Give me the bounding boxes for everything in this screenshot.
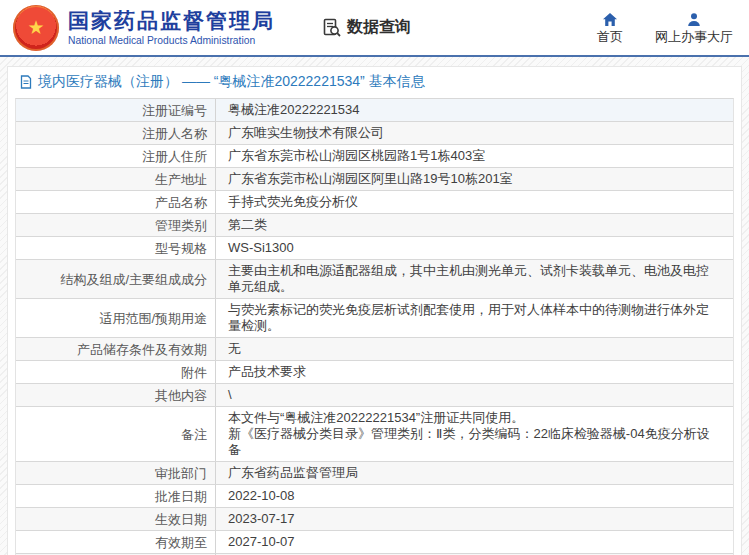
table-row: 管理类别第二类 <box>16 214 733 237</box>
agency-name-en: National Medical Products Administration <box>68 35 275 46</box>
row-label: 注册人住所 <box>16 145 216 167</box>
table-row: 生效日期2023-07-17 <box>16 508 733 531</box>
row-value: 广东省东莞市松山湖园区桃园路1号1栋403室 <box>216 145 733 167</box>
emblem-star-glyph: ★ <box>27 16 44 39</box>
nav-item-service-hall[interactable]: 网上办事大厅 <box>655 12 733 44</box>
row-value: 手持式荧光免疫分析仪 <box>216 191 733 213</box>
row-label: 适用范围/预期用途 <box>16 299 216 337</box>
row-value: 与荧光素标记的荧光免疫层析试剂配套使用，用于对人体样本中的待测物进行体外定量检测… <box>216 299 733 337</box>
nav-home-label: 首页 <box>597 30 623 44</box>
header-nav: 首页 网上办事大厅 <box>597 12 733 44</box>
row-label: 结构及组成/主要组成成分 <box>16 260 216 298</box>
table-row: 结构及组成/主要组成成分主要由主机和电源适配器组成，其中主机由测光单元、试剂卡装… <box>16 260 733 299</box>
table-row: 注册人名称广东唯实生物技术有限公司 <box>16 122 733 145</box>
table-row: 批准日期2022-10-08 <box>16 485 733 508</box>
row-value: 2023-07-17 <box>216 508 733 530</box>
row-label: 生效日期 <box>16 508 216 530</box>
data-query-icon <box>321 17 342 38</box>
table-row: 附件产品技术要求 <box>16 361 733 384</box>
row-value: 本文件与“粤械注准20222221534”注册证共同使用。新《医疗器械分类目录》… <box>216 407 733 461</box>
national-emblem-icon: ★ <box>13 5 59 51</box>
home-icon <box>602 12 618 27</box>
table-row: 型号规格WS-Si1300 <box>16 237 733 260</box>
nav-item-home[interactable]: 首页 <box>597 12 623 44</box>
page-title-bar: 境内医疗器械（注册） —— “粤械注准20222221534” 基本信息 <box>8 67 741 97</box>
table-row: 产品储存条件及有效期无 <box>16 338 733 361</box>
row-value: 广东唯实生物技术有限公司 <box>216 122 733 144</box>
info-table: 注册证编号粤械注准20222221534注册人名称广东唯实生物技术有限公司注册人… <box>15 98 734 555</box>
data-query-label: 数据查询 <box>347 17 411 38</box>
row-label: 管理类别 <box>16 214 216 236</box>
row-label: 有效期至 <box>16 531 216 553</box>
row-value: WS-Si1300 <box>216 237 733 259</box>
row-value: 广东省药品监督管理局 <box>216 462 733 484</box>
table-row: 有效期至2027-10-07 <box>16 531 733 554</box>
table-row: 注册人住所广东省东莞市松山湖园区桃园路1号1栋403室 <box>16 145 733 168</box>
row-label: 注册证编号 <box>16 99 216 121</box>
row-label: 批准日期 <box>16 485 216 507</box>
agency-name-cn: 国家药品监督管理局 <box>68 9 275 33</box>
page-title: 境内医疗器械（注册） —— “粤械注准20222221534” 基本信息 <box>38 73 425 91</box>
row-label: 审批部门 <box>16 462 216 484</box>
row-value: 无 <box>216 338 733 360</box>
row-label: 产品名称 <box>16 191 216 213</box>
row-value: 2027-10-07 <box>216 531 733 553</box>
content-card: 境内医疗器械（注册） —— “粤械注准20222221534” 基本信息 注册证… <box>7 66 742 555</box>
row-label: 附件 <box>16 361 216 383</box>
table-row: 产品名称手持式荧光免疫分析仪 <box>16 191 733 214</box>
data-query-button[interactable]: 数据查询 <box>321 17 411 38</box>
table-row: 其他内容\ <box>16 384 733 407</box>
table-row: 注册证编号粤械注准20222221534 <box>16 99 733 122</box>
row-value: 2022-10-08 <box>216 485 733 507</box>
table-row: 生产地址广东省东莞市松山湖园区阿里山路19号10栋201室 <box>16 168 733 191</box>
row-label: 其他内容 <box>16 384 216 406</box>
agency-brand: 国家药品监督管理局 National Medical Products Admi… <box>68 9 275 46</box>
nav-service-hall-label: 网上办事大厅 <box>655 30 733 44</box>
user-icon <box>686 12 702 27</box>
document-icon <box>20 75 32 89</box>
row-value: 主要由主机和电源适配器组成，其中主机由测光单元、试剂卡装载单元、电池及电控单元组… <box>216 260 733 298</box>
table-row: 适用范围/预期用途与荧光素标记的荧光免疫层析试剂配套使用，用于对人体样本中的待测… <box>16 299 733 338</box>
row-value: 广东省东莞市松山湖园区阿里山路19号10栋201室 <box>216 168 733 190</box>
row-value: 第二类 <box>216 214 733 236</box>
row-label: 生产地址 <box>16 168 216 190</box>
row-label: 产品储存条件及有效期 <box>16 338 216 360</box>
site-header: ★ 国家药品监督管理局 National Medical Products Ad… <box>0 0 749 57</box>
row-label: 型号规格 <box>16 237 216 259</box>
row-value: \ <box>216 384 733 406</box>
row-label: 备注 <box>16 407 216 461</box>
row-value: 产品技术要求 <box>216 361 733 383</box>
table-row: 备注本文件与“粤械注准20222221534”注册证共同使用。新《医疗器械分类目… <box>16 407 733 462</box>
row-label: 注册人名称 <box>16 122 216 144</box>
table-row: 审批部门广东省药品监督管理局 <box>16 462 733 485</box>
row-value: 粤械注准20222221534 <box>216 99 733 121</box>
